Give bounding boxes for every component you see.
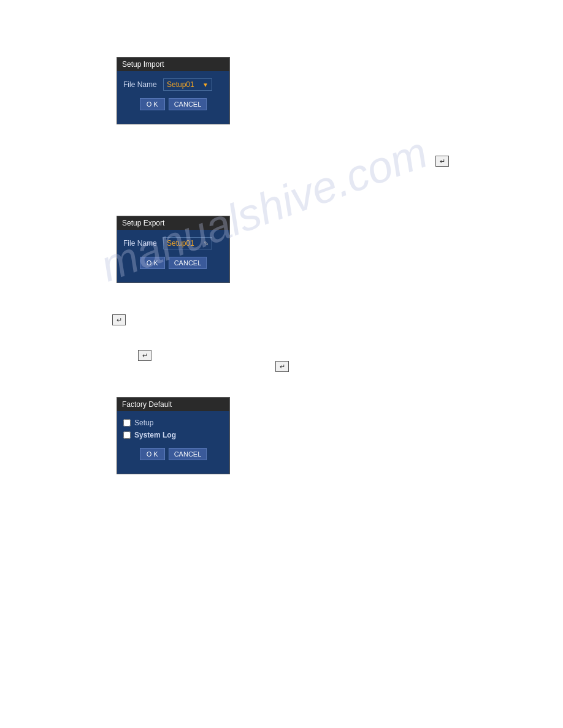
enter-icon-4[interactable]: ↵ (275, 361, 289, 372)
factory-default-title: Factory Default (117, 398, 229, 411)
enter-icon-1[interactable]: ↵ (435, 156, 449, 167)
file-name-edit-export[interactable]: Setup01 ✎ (163, 237, 212, 249)
factory-default-dialog: Factory Default Setup System Log O K CAN… (117, 397, 230, 474)
dropdown-arrow-icon: ▼ (202, 82, 209, 88)
setup-checkbox-label: Setup (134, 419, 153, 427)
cancel-button-export[interactable]: CANCEL (169, 257, 207, 269)
file-name-value-export: Setup01 (167, 239, 194, 248)
setup-export-title: Setup Export (117, 216, 229, 230)
setup-import-title: Setup Import (117, 58, 229, 71)
setup-import-dialog: Setup Import File Name Setup01 ▼ O K CAN… (117, 57, 230, 124)
ok-button-factory[interactable]: O K (140, 448, 165, 460)
file-name-label-import: File Name (123, 80, 163, 89)
file-name-label-export: File Name (123, 239, 163, 248)
system-log-checkbox-label: System Log (134, 431, 176, 439)
file-name-value-import: Setup01 (167, 80, 194, 89)
setup-export-dialog: Setup Export File Name Setup01 ✎ O K CAN… (117, 216, 230, 283)
system-log-checkbox[interactable] (123, 431, 131, 439)
ok-button-export[interactable]: O K (140, 257, 165, 269)
setup-checkbox[interactable] (123, 419, 131, 427)
cancel-button-import[interactable]: CANCEL (169, 98, 207, 110)
cancel-button-factory[interactable]: CANCEL (169, 448, 207, 460)
ok-button-import[interactable]: O K (140, 98, 165, 110)
edit-icon: ✎ (204, 240, 209, 247)
file-name-dropdown-import[interactable]: Setup01 ▼ (163, 78, 212, 91)
enter-icon-3[interactable]: ↵ (138, 350, 151, 361)
enter-icon-2[interactable]: ↵ (112, 314, 126, 325)
